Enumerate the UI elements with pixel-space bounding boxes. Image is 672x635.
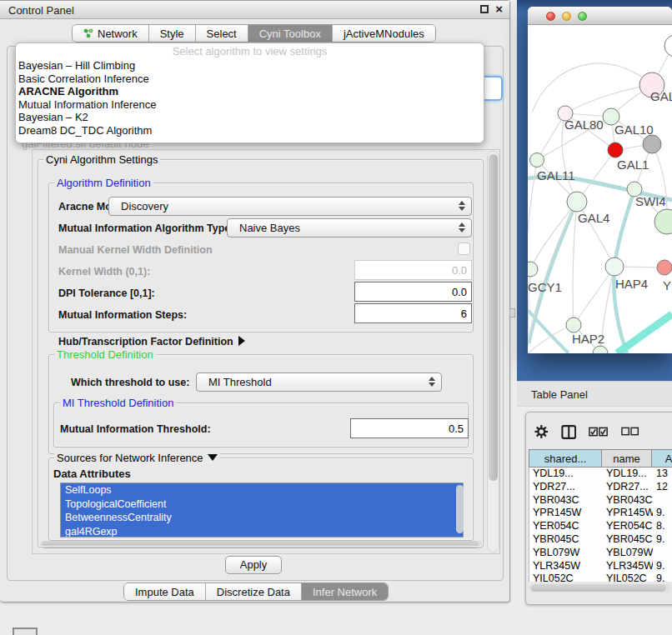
column-header-name[interactable]: name	[602, 449, 652, 468]
vertical-scrollbar-thumb[interactable]	[489, 154, 498, 481]
minimized-panel-icon[interactable]	[13, 628, 38, 635]
expanded-arrow-icon	[208, 454, 218, 461]
which-threshold-value: MI Threshold	[208, 376, 272, 388]
label-hap4: HAP4	[615, 277, 648, 291]
network-view-window: GAL GAL80 GAL10 GAL1 GAL11 SWI4 GAL4 GCY…	[528, 7, 672, 353]
table-header-row: shared... name A	[529, 449, 672, 468]
control-panel-title: Control Panel	[8, 4, 74, 17]
table-row[interactable]: YBR043C YBR043C	[529, 494, 672, 508]
cyni-bottom-tabbar: Impute Data Discretize Data Infer Networ…	[123, 582, 389, 601]
algo-item-bayesian-k2[interactable]: Bayesian – K2	[16, 111, 484, 124]
deselect-all-icon[interactable]	[621, 427, 639, 437]
dpi-tolerance-field[interactable]	[354, 282, 472, 302]
node-gal4[interactable]	[567, 192, 587, 212]
column-header-shared-name[interactable]: shared...	[529, 449, 602, 468]
node-hap2[interactable]	[566, 318, 581, 332]
algo-item-mutual-information[interactable]: Mutual Information Inference	[16, 98, 484, 112]
algo-item-basic-correlation[interactable]: Basic Correlation Inference	[16, 72, 484, 86]
network-canvas[interactable]: GAL GAL80 GAL10 GAL1 GAL11 SWI4 GAL4 GCY…	[528, 25, 672, 353]
table-row[interactable]: YIL052C YIL052C 9.	[529, 572, 672, 582]
node-hap4[interactable]	[605, 258, 624, 276]
column-header-partial[interactable]: A	[652, 449, 672, 468]
table-toolbar	[534, 419, 672, 444]
table-hscroll-thumb[interactable]	[531, 584, 666, 592]
sources-title[interactable]: Sources for Network Inference	[54, 452, 220, 464]
algo-item-dream8[interactable]: Dream8 DC_TDC Algorithm	[16, 124, 484, 138]
table-horizontal-scrollbar[interactable]	[529, 584, 671, 592]
table-row[interactable]: YBR045C YBR045C 9.	[529, 533, 672, 547]
node-gray[interactable]	[643, 135, 661, 153]
select-all-icon[interactable]	[589, 427, 609, 438]
node-bottom-partial[interactable]	[593, 346, 608, 353]
manual-kernel-checkbox[interactable]	[458, 242, 470, 255]
desktop-background: GAL GAL80 GAL10 GAL1 GAL11 SWI4 GAL4 GCY…	[517, 0, 672, 381]
table-row[interactable]: YPR145W YPR145W 9.	[529, 507, 672, 520]
table-panel-bar: Table Panel	[517, 381, 672, 407]
node-gcy1[interactable]	[528, 262, 538, 277]
node-large-green[interactable]	[654, 209, 672, 234]
tab-network-label: Network	[98, 28, 138, 40]
mi-steps-field[interactable]	[354, 303, 472, 323]
label-gal11: GAL11	[537, 168, 575, 182]
highlighted-teal-edge	[617, 314, 672, 353]
table-row[interactable]: YER054C YER054C 8.	[529, 520, 672, 533]
mi-threshold-group-title: MI Threshold Definition	[60, 397, 176, 409]
algo-item-bayesian-hill-climbing[interactable]: Bayesian – Hill Climbing	[16, 59, 484, 72]
table-panel-window: shared... name A YDL19... YDL19... 13 YD…	[525, 412, 672, 605]
columns-icon[interactable]	[561, 424, 576, 440]
label-hap2: HAP2	[572, 332, 604, 346]
tab-cyni-toolbox[interactable]: Cyni Toolbox	[248, 25, 333, 42]
zoom-traffic-light-icon[interactable]	[578, 12, 587, 21]
list-item-betweennesscentrality[interactable]: BetweennessCentrality	[61, 511, 463, 525]
algorithm-definition-title: Algorithm Definition	[54, 177, 153, 189]
aracne-mode-combo[interactable]: Discovery	[108, 197, 472, 216]
table-row[interactable]: YLR345W YLR345W 9.	[529, 560, 672, 573]
tab-select[interactable]: Select	[196, 25, 248, 42]
node-salmon[interactable]	[657, 260, 672, 275]
mi-type-combo[interactable]: Naive Bayes	[227, 218, 472, 238]
table-rows[interactable]: YDL19... YDL19... 13 YDR27... YDR27... 1…	[529, 468, 672, 582]
tab-impute-data[interactable]: Impute Data	[124, 583, 206, 600]
minimize-traffic-light-icon[interactable]	[562, 12, 571, 21]
hub-definition-toggle[interactable]: Hub/Transcription Factor Definition	[58, 336, 245, 348]
list-item-topologicalcoefficient[interactable]: TopologicalCoefficient	[61, 498, 463, 512]
tab-jactivemnodules[interactable]: jActiveMNodules	[333, 25, 435, 42]
apply-button[interactable]: Apply	[225, 556, 282, 574]
kernel-width-field[interactable]	[354, 260, 472, 280]
tab-infer-network[interactable]: Infer Network	[302, 583, 388, 600]
list-item-selfloops[interactable]: SelfLoops	[61, 483, 463, 498]
attributes-list-scrollbar[interactable]	[456, 485, 464, 533]
list-item-gal4rgexp[interactable]: gal4RGexp	[61, 525, 463, 538]
label-gcy1: GCY1	[528, 280, 562, 294]
table-row[interactable]: YBL079W YBL079W	[529, 547, 672, 560]
node-gal1-red[interactable]	[608, 142, 623, 158]
node-unlabeled[interactable]	[664, 35, 672, 57]
tab-discretize-data[interactable]: Discretize Data	[206, 583, 302, 600]
settings-vertical-scrollbar[interactable]	[487, 151, 499, 552]
mi-threshold-field[interactable]	[350, 418, 469, 438]
close-icon[interactable]: ×	[495, 4, 503, 14]
tab-network[interactable]: Network	[73, 25, 149, 42]
tab-style[interactable]: Style	[149, 25, 196, 42]
panel-splitter-handle[interactable]	[509, 308, 515, 318]
collapsed-arrow-icon	[238, 336, 245, 346]
node-gal11[interactable]	[530, 153, 544, 168]
table-row[interactable]: YDR27... YDR27... 12	[529, 481, 672, 494]
label-gal10: GAL10	[614, 122, 654, 137]
dpi-tolerance-label: DPI Tolerance [0,1]:	[58, 288, 155, 299]
float-panel-icon[interactable]	[480, 5, 489, 13]
stepper-icon	[459, 222, 465, 232]
algorithm-dropdown-popup: Select algorithm to view settings Bayesi…	[15, 42, 484, 143]
network-window-titlebar[interactable]	[528, 7, 672, 25]
algo-item-aracne[interactable]: ARACNE Algorithm	[16, 85, 484, 98]
which-threshold-combo[interactable]: MI Threshold	[196, 372, 442, 392]
table-panel-title: Table Panel	[531, 388, 588, 401]
label-y-partial: Y	[663, 278, 671, 292]
control-panel-window: Control Panel × Network Style	[0, 0, 510, 602]
gear-icon[interactable]	[534, 424, 549, 439]
control-panel-titlebar: Control Panel ×	[0, 1, 509, 19]
table-row[interactable]: YDL19... YDL19... 13	[529, 468, 672, 481]
close-traffic-light-icon[interactable]	[546, 12, 555, 21]
manual-kernel-label: Manual Kernel Width Definition	[58, 244, 213, 256]
data-attributes-list[interactable]: SelfLoops TopologicalCoefficient Between…	[60, 482, 464, 538]
